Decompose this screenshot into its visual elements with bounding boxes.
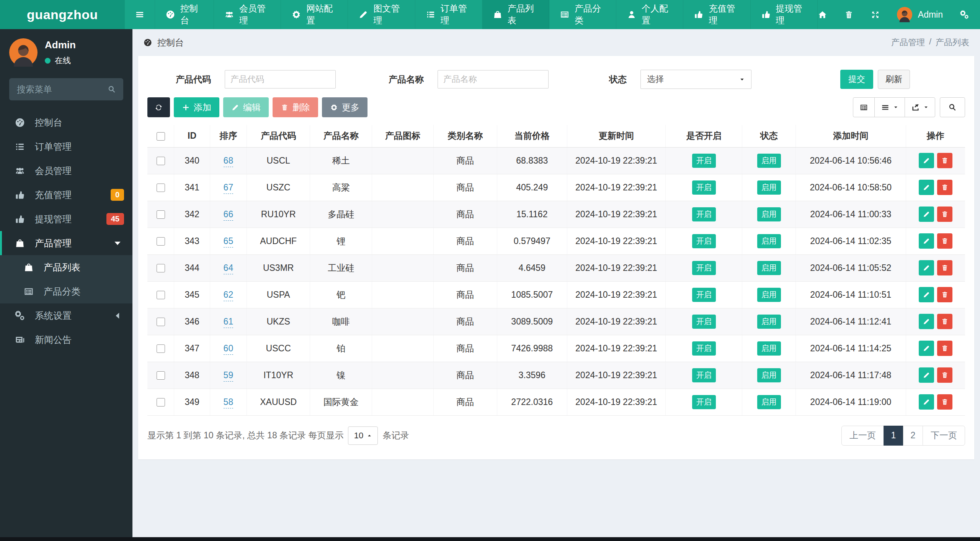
row-checkbox[interactable] — [157, 291, 165, 299]
detail-view-button[interactable] — [853, 97, 875, 117]
row-delete-button[interactable] — [937, 287, 952, 302]
top-nav-item[interactable]: 会员管理 — [214, 0, 281, 29]
columns-button[interactable] — [874, 97, 905, 117]
top-nav-item[interactable]: 图文管理 — [348, 0, 415, 29]
sort-link[interactable]: 62 — [224, 290, 234, 301]
sidebar-item[interactable]: 订单管理 — [0, 134, 132, 159]
user-menu[interactable]: Admin — [897, 7, 943, 22]
more-button[interactable]: 更多 — [322, 97, 368, 117]
page-size-select[interactable]: 10 — [348, 426, 378, 445]
next-page-button[interactable]: 下一页 — [923, 426, 965, 446]
sort-link[interactable]: 65 — [224, 236, 234, 248]
page-number-button[interactable]: 2 — [903, 426, 923, 446]
top-nav-item[interactable]: 订单管理 — [415, 0, 482, 29]
sort-link[interactable]: 68 — [224, 156, 234, 167]
trash-icon[interactable] — [844, 10, 854, 20]
product-code-input[interactable] — [225, 70, 336, 89]
row-delete-button[interactable] — [937, 180, 952, 195]
row-delete-button[interactable] — [937, 153, 952, 168]
top-nav-item[interactable]: 控制台 — [155, 0, 214, 29]
breadcrumb-parent[interactable]: 产品管理 — [891, 37, 925, 48]
row-checkbox[interactable] — [157, 318, 165, 326]
row-checkbox[interactable] — [157, 210, 165, 219]
sidebar-toggle-button[interactable] — [125, 0, 155, 29]
row-edit-button[interactable] — [919, 180, 934, 195]
status-badge: 启用 — [757, 261, 781, 275]
page-number-button[interactable]: 1 — [884, 426, 903, 446]
sort-link[interactable]: 64 — [224, 263, 234, 274]
sidebar-item[interactable]: 提现管理 45 — [0, 207, 132, 231]
top-nav-item[interactable]: 个人配置 — [616, 0, 683, 29]
sidebar-item[interactable]: 产品管理 — [0, 231, 132, 255]
settings-gears-icon[interactable] — [960, 10, 969, 20]
trash-icon — [281, 103, 289, 111]
refresh-button[interactable]: 刷新 — [878, 70, 910, 89]
select-all-checkbox[interactable] — [157, 132, 165, 141]
row-edit-button[interactable] — [919, 314, 934, 329]
sort-link[interactable]: 58 — [224, 397, 234, 408]
row-checkbox[interactable] — [157, 157, 165, 165]
sort-link[interactable]: 67 — [224, 182, 234, 194]
row-edit-button[interactable] — [919, 367, 934, 383]
row-checkbox[interactable] — [157, 371, 165, 380]
prev-page-button[interactable]: 上一页 — [841, 426, 884, 446]
row-checkbox[interactable] — [157, 184, 165, 192]
filter-product-name: 产品名称 — [389, 70, 549, 89]
sidebar-item[interactable]: 会员管理 — [0, 159, 132, 183]
row-edit-button[interactable] — [919, 341, 934, 356]
row-delete-button[interactable] — [937, 394, 952, 410]
sidebar-item[interactable]: 系统设置 — [0, 303, 132, 328]
cell-added: 2024-06-14 11:12:41 — [795, 308, 906, 335]
row-edit-button[interactable] — [919, 394, 934, 410]
cell-category: 商品 — [434, 228, 497, 254]
row-delete-button[interactable] — [937, 341, 952, 356]
export-button[interactable] — [905, 97, 935, 117]
row-edit-button[interactable] — [919, 207, 934, 222]
table-row: 348 59 IT10YR 镍 商品 3.3596 2024-10-19 22:… — [147, 362, 965, 389]
row-checkbox[interactable] — [157, 344, 165, 353]
row-delete-button[interactable] — [937, 233, 952, 249]
sidebar-item[interactable]: 产品分类 — [0, 279, 132, 303]
row-checkbox[interactable] — [157, 264, 165, 272]
row-delete-button[interactable] — [937, 367, 952, 383]
add-button[interactable]: 添加 — [174, 97, 219, 117]
brand-logo[interactable]: guangzhou — [0, 0, 125, 29]
row-edit-button[interactable] — [919, 260, 934, 275]
row-delete-button[interactable] — [937, 260, 952, 275]
pencil-icon — [923, 264, 930, 272]
search-icon[interactable] — [107, 85, 116, 94]
table-search-button[interactable] — [940, 97, 965, 117]
row-edit-button[interactable] — [919, 153, 934, 168]
row-edit-button[interactable] — [919, 287, 934, 302]
top-nav-item[interactable]: 产品分类 — [549, 0, 616, 29]
sidebar-item[interactable]: 新闻公告 — [0, 328, 132, 352]
top-nav-item[interactable]: 网站配置 — [281, 0, 348, 29]
row-edit-button[interactable] — [919, 233, 934, 249]
pencil-icon — [923, 318, 930, 325]
sidebar-search-input[interactable] — [9, 78, 123, 100]
edit-button[interactable]: 编辑 — [223, 97, 269, 117]
fullscreen-icon[interactable] — [871, 10, 880, 20]
sort-link[interactable]: 60 — [224, 343, 234, 355]
home-icon[interactable] — [818, 10, 827, 20]
top-nav-item[interactable]: 充值管理 — [683, 0, 750, 29]
sort-link[interactable]: 61 — [224, 316, 234, 328]
sort-link[interactable]: 66 — [224, 209, 234, 221]
row-delete-button[interactable] — [937, 207, 952, 222]
sidebar-item[interactable]: 控制台 — [0, 110, 132, 134]
product-name-input[interactable] — [438, 70, 549, 89]
top-nav-item[interactable]: 产品列表 — [482, 0, 549, 29]
row-delete-button[interactable] — [937, 314, 952, 329]
top-nav-item[interactable]: 提现管理 — [751, 0, 818, 29]
status-select[interactable]: 选择 — [640, 70, 751, 89]
delete-button[interactable]: 删除 — [273, 97, 318, 117]
row-checkbox[interactable] — [157, 237, 165, 246]
row-checkbox[interactable] — [157, 398, 165, 407]
submit-button[interactable]: 提交 — [840, 70, 873, 89]
sidebar-item[interactable]: 产品列表 — [0, 255, 132, 279]
sidebar-item[interactable]: 充值管理 0 — [0, 183, 132, 207]
trash-icon — [941, 210, 949, 218]
reload-button[interactable] — [147, 97, 170, 117]
table-footer: 显示第 1 到第 10 条记录, 总共 18 条记录 每页显示 10 条记录 上… — [147, 426, 965, 446]
sort-link[interactable]: 59 — [224, 370, 234, 382]
